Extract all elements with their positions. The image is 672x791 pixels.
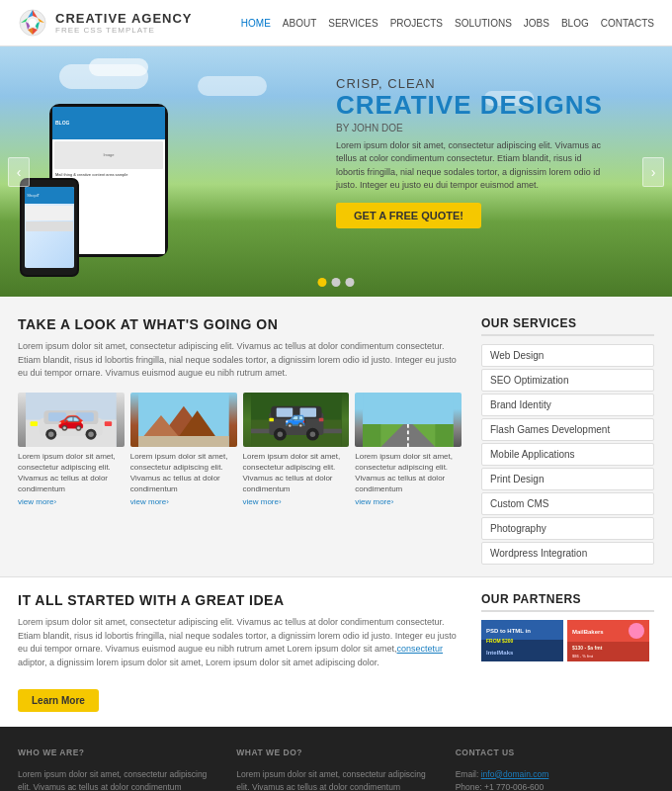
- header: CREATIVE AGENCY FREE CSS TEMPLATE HOME A…: [0, 0, 672, 46]
- hero-title: CREATIVE DESIGNS: [336, 91, 613, 120]
- partners-title: OUR PARTNERS: [481, 592, 654, 612]
- idea-row: IT ALL STARTED WITH A GREAT IDEA Lorem i…: [18, 592, 654, 712]
- footer-col-who: WHO WE ARE? Lorem ipsum dolor sit amet, …: [18, 747, 216, 791]
- service-item-3[interactable]: Flash Games Development: [481, 418, 654, 441]
- idea-link[interactable]: consectetur: [397, 644, 444, 654]
- main-content: TAKE A LOOK AT WHAT'S GOING ON Lorem ips…: [0, 297, 672, 727]
- footer-phone: +1 770-006-600: [484, 782, 544, 791]
- svg-rect-37: [363, 424, 380, 447]
- svg-point-28: [277, 431, 283, 437]
- svg-rect-25: [276, 407, 293, 416]
- main-nav: HOME ABOUT SERVICES PROJECTS SOLUTIONS J…: [241, 18, 654, 29]
- partner-1[interactable]: PSD to HTML in FROM $200 IntelMaks: [481, 620, 563, 661]
- svg-text:IntelMaks: IntelMaks: [486, 650, 514, 656]
- nav-services[interactable]: SERVICES: [328, 18, 378, 29]
- slider-next-arrow[interactable]: ›: [642, 157, 664, 187]
- service-item-5[interactable]: Print Design: [481, 468, 654, 490]
- content-row: TAKE A LOOK AT WHAT'S GOING ON Lorem ips…: [0, 297, 672, 576]
- gallery-caption-3: Lorem ipsum dolor sit amet, consectetur …: [243, 451, 350, 495]
- gallery-item-4: Lorem ipsum dolor sit amet, consectetur …: [355, 393, 462, 507]
- footer-contact-info: Email: info@domain.com Phone: +1 770-006…: [456, 768, 654, 791]
- cloud-2: [89, 58, 148, 76]
- nav-contacts[interactable]: CONTACTS: [601, 18, 654, 29]
- hero-author: BY JOHN DOE: [336, 123, 613, 133]
- svg-point-47: [629, 623, 644, 639]
- idea-desc-text1: Lorem ipsum dolor sit amet, consectetur …: [18, 617, 457, 654]
- phone-screen: ShopiT: [25, 187, 73, 268]
- svg-text:FROM $200: FROM $200: [486, 638, 513, 644]
- svg-rect-38: [436, 424, 454, 447]
- partners-grid: PSD to HTML in FROM $200 IntelMaks MailB…: [481, 620, 654, 661]
- svg-point-30: [309, 431, 315, 437]
- footer-col-contact: CONTACT US Email: info@domain.com Phone:…: [456, 747, 654, 791]
- svg-rect-8: [75, 412, 93, 421]
- hero-cta-button[interactable]: GET A FREE QUOTE!: [336, 203, 481, 228]
- footer-what-title: WHAT WE DO?: [236, 747, 435, 760]
- svg-text:MailBakers: MailBakers: [572, 629, 604, 635]
- svg-rect-7: [48, 412, 66, 421]
- svg-rect-32: [318, 417, 323, 421]
- svg-rect-13: [31, 421, 38, 426]
- slider-dots: [318, 278, 355, 287]
- svg-text:$130 - $a fmt: $130 - $a fmt: [572, 645, 603, 651]
- footer-top: WHO WE ARE? Lorem ipsum dolor sit amet, …: [0, 727, 672, 791]
- view-more-3[interactable]: view more›: [243, 497, 350, 506]
- nav-jobs[interactable]: JOBS: [524, 18, 549, 29]
- footer-email[interactable]: info@domain.com: [481, 769, 549, 779]
- partners-panel: OUR PARTNERS PSD to HTML in FROM $200 In…: [481, 592, 654, 712]
- svg-point-10: [48, 431, 53, 437]
- service-item-0[interactable]: Web Design: [481, 344, 654, 367]
- nav-about[interactable]: ABOUT: [283, 18, 316, 29]
- partner-2[interactable]: MailBakers $130 - $a fmt $86 - % fmt: [567, 620, 649, 661]
- gallery-grid: Lorem ipsum dolor sit amet, consectetur …: [18, 393, 462, 507]
- idea-left: IT ALL STARTED WITH A GREAT IDEA Lorem i…: [18, 592, 462, 712]
- service-item-6[interactable]: Custom CMS: [481, 492, 654, 515]
- idea-desc: Lorem ipsum dolor sit amet, consectetur …: [18, 616, 462, 669]
- view-more-4[interactable]: view more›: [355, 497, 462, 506]
- footer-what-text: Lorem ipsum dolor sit amet, consectetur …: [236, 768, 435, 791]
- nav-blog[interactable]: BLOG: [561, 18, 589, 29]
- idea-title: IT ALL STARTED WITH A GREAT IDEA: [18, 592, 462, 608]
- hero-content: CRISP, CLEAN CREATIVE DESIGNS BY JOHN DO…: [336, 76, 613, 228]
- hero-description: Lorem ipsum dolor sit amet, consectetur …: [336, 139, 613, 193]
- gallery-caption-4: Lorem ipsum dolor sit amet, consectetur …: [355, 451, 462, 495]
- logo-icon: [18, 8, 47, 38]
- service-item-2[interactable]: Brand Identity: [481, 394, 654, 416]
- footer-phone-label: Phone:: [456, 782, 482, 791]
- slider-dot-1[interactable]: [318, 278, 327, 287]
- service-item-1[interactable]: SEO Optimization: [481, 369, 654, 392]
- idea-section: IT ALL STARTED WITH A GREAT IDEA Lorem i…: [0, 576, 672, 727]
- slider-dot-2[interactable]: [332, 278, 341, 287]
- whats-going-title: TAKE A LOOK AT WHAT'S GOING ON: [18, 316, 462, 332]
- footer-who-text: Lorem ipsum dolor sit amet, consectetur …: [18, 768, 216, 791]
- cloud-3: [198, 76, 267, 96]
- gallery-item-3: Lorem ipsum dolor sit amet, consectetur …: [243, 393, 350, 507]
- service-item-8[interactable]: Wordpress Integration: [481, 542, 654, 565]
- nav-solutions[interactable]: SOLUTIONS: [455, 18, 512, 29]
- service-item-4[interactable]: Mobile Applications: [481, 443, 654, 466]
- slider-dot-3[interactable]: [346, 278, 355, 287]
- logo-title: CREATIVE AGENCY: [55, 11, 193, 26]
- nav-projects[interactable]: PROJECTS: [390, 18, 443, 29]
- whats-going-desc: Lorem ipsum dolor sit amet, consectetur …: [18, 340, 462, 381]
- view-more-2[interactable]: view more›: [130, 497, 237, 506]
- svg-point-12: [88, 431, 94, 437]
- hero-subtitle: CRISP, CLEAN: [336, 76, 613, 91]
- hero-devices: BLOG Image Mail thing & creative content…: [20, 99, 217, 277]
- logo-text-block: CREATIVE AGENCY FREE CSS TEMPLATE: [55, 11, 193, 35]
- learn-more-button[interactable]: Learn More: [18, 689, 99, 712]
- svg-text:$86 - % fmt: $86 - % fmt: [572, 654, 594, 659]
- gallery-item-2: Lorem ipsum dolor sit amet, consectetur …: [130, 393, 237, 507]
- gallery-caption-1: Lorem ipsum dolor sit amet, consectetur …: [18, 451, 125, 495]
- view-more-1[interactable]: view more›: [18, 497, 125, 506]
- svg-rect-26: [299, 407, 316, 416]
- slider-prev-arrow[interactable]: ‹: [8, 157, 30, 187]
- svg-rect-14: [105, 421, 112, 426]
- gallery-thumb-1: [18, 393, 125, 447]
- footer-email-label: Email:: [456, 769, 479, 779]
- service-item-7[interactable]: Photography: [481, 517, 654, 540]
- footer-who-title: WHO WE ARE?: [18, 747, 216, 760]
- services-title: OUR SERVICES: [481, 316, 654, 336]
- nav-home[interactable]: HOME: [241, 18, 271, 29]
- footer-col-what: WHAT WE DO? Lorem ipsum dolor sit amet, …: [236, 747, 435, 791]
